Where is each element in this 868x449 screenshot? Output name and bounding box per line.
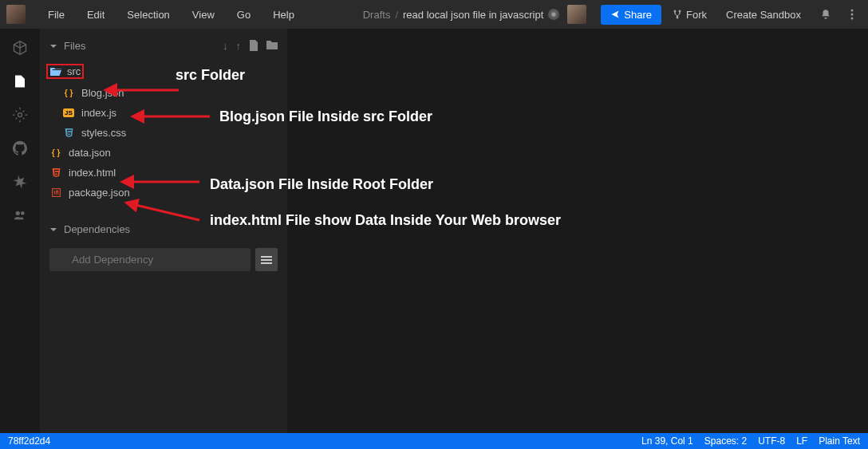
svg-point-4 xyxy=(677,17,678,18)
menu-file[interactable]: File xyxy=(38,4,74,26)
github-icon[interactable] xyxy=(12,140,28,156)
svg-rect-14 xyxy=(261,259,272,261)
fork-button[interactable]: Fork xyxy=(665,4,715,26)
settings-icon[interactable] xyxy=(12,107,28,123)
svg-point-5 xyxy=(851,10,854,12)
breadcrumb-separator: / xyxy=(395,9,398,21)
owner-avatar[interactable] xyxy=(567,5,586,24)
new-file-icon[interactable] xyxy=(249,40,258,52)
notifications-icon[interactable] xyxy=(812,4,839,25)
share-icon xyxy=(610,10,620,19)
svg-point-1 xyxy=(552,13,556,17)
svg-point-6 xyxy=(851,14,854,16)
menu-help[interactable]: Help xyxy=(263,4,304,26)
js-icon: JS xyxy=(62,108,75,117)
share-button[interactable]: Share xyxy=(601,5,661,25)
breadcrumb-root[interactable]: Drafts xyxy=(363,9,391,21)
live-icon[interactable] xyxy=(12,207,28,223)
svg-point-3 xyxy=(679,10,681,12)
editor-area[interactable]: src Folder Blog.json File Inside src Fol… xyxy=(287,29,868,433)
json-icon: { } xyxy=(62,89,75,97)
file-index-js[interactable]: JS index.js xyxy=(40,103,287,123)
folder-open-icon xyxy=(49,67,62,77)
status-commit[interactable]: 78ff2d2d4 xyxy=(8,435,641,447)
file-blog-json[interactable]: { } Blog.json xyxy=(40,83,287,103)
json-icon: { } xyxy=(49,148,62,157)
file-tree: src { } Blog.json JS index.js styles.css… xyxy=(40,57,287,206)
chevron-down-icon xyxy=(49,42,57,50)
status-encoding[interactable]: UTF-8 xyxy=(758,435,785,447)
user-avatar[interactable] xyxy=(6,5,26,24)
explorer-icon[interactable] xyxy=(12,73,28,89)
file-package-json[interactable]: package.json xyxy=(40,183,287,203)
svg-point-8 xyxy=(18,113,22,117)
new-folder-icon[interactable] xyxy=(266,40,278,52)
sandbox-icon[interactable] xyxy=(12,40,28,56)
breadcrumb-title[interactable]: read local json file in javascript xyxy=(403,9,543,21)
menu-view[interactable]: View xyxy=(183,4,224,26)
css-icon xyxy=(62,128,75,138)
status-eol[interactable]: LF xyxy=(796,435,807,447)
status-cursor[interactable]: Ln 39, Col 1 xyxy=(641,435,693,447)
hamburger-icon xyxy=(261,256,272,264)
deploy-icon[interactable] xyxy=(12,174,28,190)
top-menu-bar: File Edit Selection View Go Help Drafts … xyxy=(0,0,868,29)
folder-src[interactable]: src xyxy=(40,60,287,83)
status-language[interactable]: Plain Text xyxy=(819,435,860,447)
activity-bar xyxy=(0,29,40,433)
file-data-json[interactable]: { } data.json xyxy=(40,143,287,163)
menu-go[interactable]: Go xyxy=(227,4,260,26)
svg-point-2 xyxy=(674,10,676,12)
files-panel-header[interactable]: Files ↓ ↑ xyxy=(40,35,287,57)
npm-icon xyxy=(49,187,62,198)
svg-point-9 xyxy=(16,211,20,215)
fork-icon xyxy=(673,10,682,19)
download-icon[interactable]: ↓ xyxy=(223,40,228,52)
file-index-html[interactable]: index.html xyxy=(40,163,287,183)
breadcrumb: Drafts / read local json file in javascr… xyxy=(363,9,560,21)
dependencies-panel-header[interactable]: Dependencies xyxy=(40,217,287,242)
dependency-menu-button[interactable] xyxy=(255,248,278,271)
main-area: Files ↓ ↑ src { } Blog.json xyxy=(0,29,868,433)
file-styles-css[interactable]: styles.css xyxy=(40,123,287,143)
privacy-icon[interactable] xyxy=(548,9,559,20)
add-dependency-input[interactable] xyxy=(49,248,251,271)
chevron-down-icon xyxy=(49,226,57,234)
svg-rect-15 xyxy=(261,262,272,264)
menu-edit[interactable]: Edit xyxy=(77,4,114,26)
file-explorer: Files ↓ ↑ src { } Blog.json xyxy=(40,29,287,433)
html-icon xyxy=(49,167,62,178)
svg-point-10 xyxy=(21,211,25,215)
menu-selection[interactable]: Selection xyxy=(117,4,179,26)
svg-point-7 xyxy=(851,18,854,20)
dependencies-label: Dependencies xyxy=(64,223,130,235)
status-spaces[interactable]: Spaces: 2 xyxy=(704,435,747,447)
status-bar: 78ff2d2d4 Ln 39, Col 1 Spaces: 2 UTF-8 L… xyxy=(0,433,868,449)
create-sandbox-button[interactable]: Create Sandbox xyxy=(718,4,809,26)
svg-rect-13 xyxy=(261,256,272,258)
more-menu-icon[interactable] xyxy=(842,4,862,25)
files-label: Files xyxy=(64,40,216,52)
upload-icon[interactable]: ↑ xyxy=(236,40,242,52)
